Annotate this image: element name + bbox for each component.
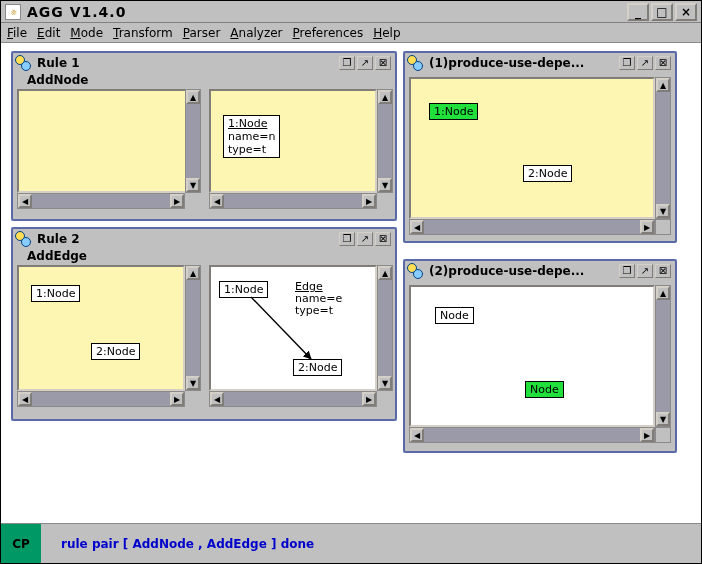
graph-node[interactable]: 1:Node (219, 281, 268, 298)
dep-2-pane[interactable]: Node Node (409, 285, 655, 427)
scroll-down-icon[interactable]: ▼ (378, 376, 392, 390)
dep-2-vscroll[interactable]: ▲ ▼ (655, 285, 671, 427)
dep-2-hscroll[interactable]: ◀ ▶ (409, 427, 655, 443)
frame-rule-1-titlebar[interactable]: Rule 1 ❐ ↗ ⊠ (13, 53, 395, 73)
scroll-up-icon[interactable]: ▲ (656, 78, 670, 92)
scroll-track[interactable] (378, 280, 392, 376)
scroll-left-icon[interactable]: ◀ (210, 392, 224, 406)
rule-1-lhs-pane[interactable] (17, 89, 201, 193)
scroll-left-icon[interactable]: ◀ (210, 194, 224, 208)
scroll-up-icon[interactable]: ▲ (378, 266, 392, 280)
menu-transform[interactable]: Transform (113, 26, 173, 40)
graph-node-highlighted[interactable]: 1:Node (429, 103, 478, 120)
frame-dep-1-restore-button[interactable]: ❐ (619, 56, 635, 70)
scroll-track[interactable] (186, 104, 200, 178)
menu-file[interactable]: File (7, 26, 27, 40)
graph-node[interactable]: Node (435, 307, 474, 324)
scroll-left-icon[interactable]: ◀ (18, 392, 32, 406)
scroll-track[interactable] (656, 92, 670, 204)
scroll-track[interactable] (32, 392, 170, 406)
frame-dep-2-restore-button[interactable]: ❐ (619, 264, 635, 278)
scroll-corner (655, 219, 671, 235)
graph-node[interactable]: 1:Node (31, 285, 80, 302)
scroll-down-icon[interactable]: ▼ (186, 376, 200, 390)
menu-preferences[interactable]: Preferences (293, 26, 364, 40)
graph-node[interactable]: 2:Node (523, 165, 572, 182)
title-bar: ⨳ AGG V1.4.0 _ □ × (1, 1, 701, 23)
rule-2-rhs-hscroll[interactable]: ◀ ▶ (209, 391, 377, 407)
frame-rule-1-maximize-button[interactable]: ↗ (357, 56, 373, 70)
scroll-track[interactable] (424, 428, 640, 442)
rule-2-lhs-pane[interactable]: 1:Node 2:Node (17, 265, 185, 391)
scroll-track[interactable] (424, 220, 640, 234)
graph-node[interactable]: 2:Node (91, 343, 140, 360)
frame-dep-1: (1)produce-use-depe... ❐ ↗ ⊠ 1:Node 2:No… (403, 51, 677, 243)
frame-dep-2-titlebar[interactable]: (2)produce-use-depe... ❐ ↗ ⊠ (405, 261, 675, 281)
frame-dep-1-body: 1:Node 2:Node ◀ ▶ ▲ ▼ (405, 73, 675, 241)
frame-dep-1-close-button[interactable]: ⊠ (655, 56, 671, 70)
scroll-up-icon[interactable]: ▲ (186, 266, 200, 280)
scroll-right-icon[interactable]: ▶ (362, 194, 376, 208)
dep-1-pane[interactable]: 1:Node 2:Node (409, 77, 655, 219)
menu-mode[interactable]: Mode (70, 26, 103, 40)
scroll-up-icon[interactable]: ▲ (186, 90, 200, 104)
scroll-track[interactable] (656, 300, 670, 412)
frame-rule-2-maximize-button[interactable]: ↗ (357, 232, 373, 246)
scroll-right-icon[interactable]: ▶ (640, 428, 654, 442)
scroll-track[interactable] (186, 280, 200, 376)
menu-parser[interactable]: Parser (183, 26, 221, 40)
scroll-down-icon[interactable]: ▼ (656, 412, 670, 426)
scroll-down-icon[interactable]: ▼ (186, 178, 200, 192)
minimize-button[interactable]: _ (627, 3, 649, 21)
scroll-track[interactable] (224, 392, 362, 406)
scroll-left-icon[interactable]: ◀ (410, 220, 424, 234)
frame-dep-1-titlebar[interactable]: (1)produce-use-depe... ❐ ↗ ⊠ (405, 53, 675, 73)
node-id-label: 2:Node (298, 361, 337, 374)
scroll-down-icon[interactable]: ▼ (378, 178, 392, 192)
scroll-right-icon[interactable]: ▶ (170, 392, 184, 406)
scroll-track[interactable] (32, 194, 170, 208)
dep-1-hscroll[interactable]: ◀ ▶ (409, 219, 655, 235)
graph-node-highlighted[interactable]: Node (525, 381, 564, 398)
rule-1-rhs-vscroll[interactable]: ▲ ▼ (377, 89, 393, 193)
frame-dep-2-close-button[interactable]: ⊠ (655, 264, 671, 278)
rule-1-rhs-hscroll[interactable]: ◀ ▶ (209, 193, 377, 209)
frame-rule-1-restore-button[interactable]: ❐ (339, 56, 355, 70)
scroll-track[interactable] (378, 104, 392, 178)
scroll-left-icon[interactable]: ◀ (18, 194, 32, 208)
scroll-up-icon[interactable]: ▲ (656, 286, 670, 300)
rule-1-lhs-vscroll[interactable]: ▲ ▼ (185, 89, 201, 193)
graph-node[interactable]: 2:Node (293, 359, 342, 376)
frame-dep-1-title: (1)produce-use-depe... (429, 56, 617, 70)
scroll-right-icon[interactable]: ▶ (640, 220, 654, 234)
frame-dep-1-maximize-button[interactable]: ↗ (637, 56, 653, 70)
rule-2-lhs-vscroll[interactable]: ▲ ▼ (185, 265, 201, 391)
scroll-right-icon[interactable]: ▶ (170, 194, 184, 208)
frame-dep-2-maximize-button[interactable]: ↗ (637, 264, 653, 278)
menu-edit[interactable]: Edit (37, 26, 60, 40)
rule-2-rhs-pane[interactable]: 1:Node 2:Node Edge (209, 265, 377, 391)
frame-rule-2: Rule 2 ❐ ↗ ⊠ AddEdge 1:Node 2:Node ◀ (11, 227, 397, 421)
scroll-left-icon[interactable]: ◀ (410, 428, 424, 442)
rule-2-lhs-hscroll[interactable]: ◀ ▶ (17, 391, 185, 407)
dep-1-vscroll[interactable]: ▲ ▼ (655, 77, 671, 219)
frame-rule-2-close-button[interactable]: ⊠ (375, 232, 391, 246)
scroll-right-icon[interactable]: ▶ (362, 392, 376, 406)
scroll-up-icon[interactable]: ▲ (378, 90, 392, 104)
menu-analyzer[interactable]: Analyzer (230, 26, 282, 40)
frame-rule-1-close-button[interactable]: ⊠ (375, 56, 391, 70)
frame-rule-1: Rule 1 ❐ ↗ ⊠ AddNode ◀ ▶ ▲ ▼ (11, 51, 397, 221)
rule-2-rhs-vscroll[interactable]: ▲ ▼ (377, 265, 393, 391)
scroll-track[interactable] (224, 194, 362, 208)
graph-node[interactable]: 1:Node name=n type=t (223, 115, 280, 158)
app-title: AGG V1.4.0 (27, 4, 625, 20)
frame-rule-2-restore-button[interactable]: ❐ (339, 232, 355, 246)
scroll-down-icon[interactable]: ▼ (656, 204, 670, 218)
rule-1-rhs-pane[interactable]: 1:Node name=n type=t (209, 89, 377, 193)
maximize-button[interactable]: □ (651, 3, 673, 21)
frame-rule-2-body: AddEdge 1:Node 2:Node ◀ ▶ ▲ (13, 249, 395, 419)
menu-help[interactable]: Help (373, 26, 400, 40)
close-button[interactable]: × (675, 3, 697, 21)
frame-rule-2-titlebar[interactable]: Rule 2 ❐ ↗ ⊠ (13, 229, 395, 249)
rule-1-lhs-hscroll[interactable]: ◀ ▶ (17, 193, 185, 209)
